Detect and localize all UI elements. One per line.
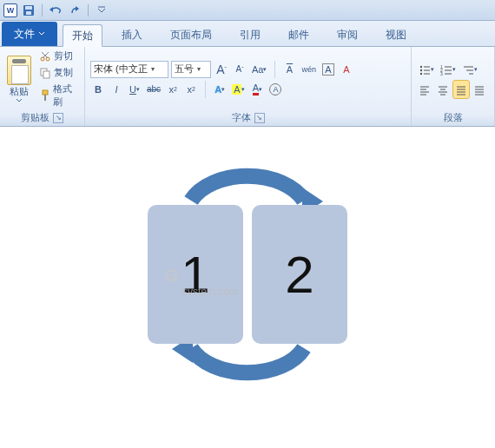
- change-case-button[interactable]: Aa▾: [250, 61, 268, 78]
- copy-icon: [39, 67, 51, 79]
- chevron-down-icon: ▾: [197, 65, 201, 73]
- font-color-button[interactable]: A▾: [249, 81, 265, 98]
- undo-button[interactable]: [48, 3, 63, 18]
- align-distribute-button[interactable]: [472, 81, 487, 98]
- paragraph-group-label: 段落: [444, 111, 463, 124]
- tab-mailings[interactable]: 邮件: [280, 23, 318, 46]
- chevron-down-icon: [16, 98, 23, 103]
- align-justify-button[interactable]: [453, 81, 469, 98]
- save-button[interactable]: [21, 3, 36, 18]
- highlight-button[interactable]: A▾: [230, 81, 247, 98]
- font-size-combo[interactable]: 五号▾: [171, 61, 211, 78]
- paste-button[interactable]: 粘贴: [3, 54, 35, 105]
- strikethrough-button[interactable]: abc: [145, 81, 162, 98]
- svg-point-14: [420, 69, 422, 70]
- chevron-down-icon: [38, 30, 45, 37]
- clipboard-dialog-launcher[interactable]: ↘: [53, 113, 63, 123]
- tab-review[interactable]: 审阅: [328, 23, 366, 46]
- phonetic-guide-button[interactable]: A: [281, 61, 297, 78]
- copy-button[interactable]: 复制: [36, 65, 81, 80]
- tab-insert[interactable]: 插入: [113, 23, 151, 46]
- group-paragraph: ▾ 123▾ ▾ 段落: [412, 47, 495, 126]
- separator: [205, 81, 206, 98]
- chevron-down-icon: ▾: [151, 65, 155, 73]
- subscript-button[interactable]: x2: [165, 81, 181, 98]
- char-shading-button[interactable]: A: [320, 61, 336, 78]
- svg-rect-9: [43, 71, 50, 78]
- svg-rect-2: [26, 11, 31, 15]
- clear-formatting-button[interactable]: A: [339, 61, 354, 78]
- separator: [274, 61, 275, 78]
- svg-point-16: [420, 72, 422, 74]
- cut-button[interactable]: 剪切: [36, 49, 81, 63]
- align-center-button[interactable]: [435, 81, 451, 98]
- tab-references[interactable]: 引用: [231, 23, 269, 46]
- document-canvas[interactable]: G system.com 1 2: [0, 127, 495, 427]
- diagram-shape-right[interactable]: 2: [252, 205, 347, 344]
- ribbon-tabs: 文件 开始 插入 页面布局 引用 邮件 审阅 视图: [0, 21, 495, 47]
- copy-label: 复制: [54, 66, 73, 79]
- curved-arrow-bottom-icon: [139, 335, 356, 396]
- numbering-button[interactable]: 123▾: [439, 61, 458, 78]
- shrink-font-button[interactable]: Aˇ: [232, 61, 248, 78]
- font-size-value: 五号: [175, 63, 194, 76]
- file-tab[interactable]: 文件: [2, 22, 57, 46]
- enclose-char-button[interactable]: A: [267, 81, 283, 98]
- svg-rect-1: [25, 6, 32, 10]
- group-font: 宋体 (中文正▾ 五号▾ Aˆ Aˇ Aa▾ A wén A A B I: [85, 47, 412, 126]
- char-border-button[interactable]: wén: [300, 61, 318, 78]
- qat-customize-button[interactable]: [94, 3, 109, 18]
- diagram-text-right: 2: [285, 245, 314, 305]
- watermark: G system.com: [165, 266, 238, 298]
- align-left-button[interactable]: [417, 81, 432, 98]
- tab-view[interactable]: 视图: [377, 23, 415, 46]
- superscript-button[interactable]: x2: [183, 81, 199, 98]
- file-tab-label: 文件: [14, 27, 35, 42]
- italic-button[interactable]: I: [109, 81, 124, 98]
- tab-page-layout[interactable]: 页面布局: [162, 23, 221, 46]
- quick-access-toolbar: W: [0, 0, 495, 21]
- format-painter-label: 格式刷: [53, 82, 78, 109]
- smartart-cycle-diagram[interactable]: G system.com 1 2: [139, 153, 356, 396]
- qat-separator: [42, 4, 43, 16]
- underline-button[interactable]: U▾: [127, 81, 142, 98]
- clipboard-group-label: 剪贴板: [21, 111, 50, 124]
- tab-home[interactable]: 开始: [63, 24, 102, 47]
- svg-point-12: [420, 65, 422, 67]
- grow-font-button[interactable]: Aˆ: [214, 61, 229, 78]
- svg-rect-11: [44, 95, 46, 101]
- group-clipboard: 粘贴 剪切 复制 格式刷 剪贴板 ↘: [0, 47, 85, 126]
- ribbon: 粘贴 剪切 复制 格式刷 剪贴板 ↘: [0, 47, 495, 127]
- word-app-icon: W: [3, 3, 17, 17]
- font-name-combo[interactable]: 宋体 (中文正▾: [90, 61, 168, 78]
- bold-button[interactable]: B: [90, 81, 106, 98]
- bullets-button[interactable]: ▾: [417, 61, 436, 78]
- font-group-label: 字体: [232, 111, 251, 124]
- paintbrush-icon: [39, 89, 50, 102]
- paste-label: 粘贴: [10, 85, 29, 98]
- cut-label: 剪切: [54, 49, 73, 63]
- svg-text:3: 3: [440, 71, 443, 76]
- text-effects-button[interactable]: A▾: [212, 81, 228, 98]
- svg-rect-10: [43, 90, 48, 95]
- font-dialog-launcher[interactable]: ↘: [254, 113, 265, 123]
- scissors-icon: [39, 50, 51, 63]
- font-name-value: 宋体 (中文正: [94, 63, 148, 76]
- multilevel-list-button[interactable]: ▾: [460, 61, 479, 78]
- clipboard-icon: [7, 56, 31, 85]
- format-painter-button[interactable]: 格式刷: [36, 82, 81, 109]
- redo-button[interactable]: [67, 3, 82, 18]
- diagram-shape-left[interactable]: G system.com 1: [148, 205, 243, 344]
- qat-separator: [88, 4, 89, 16]
